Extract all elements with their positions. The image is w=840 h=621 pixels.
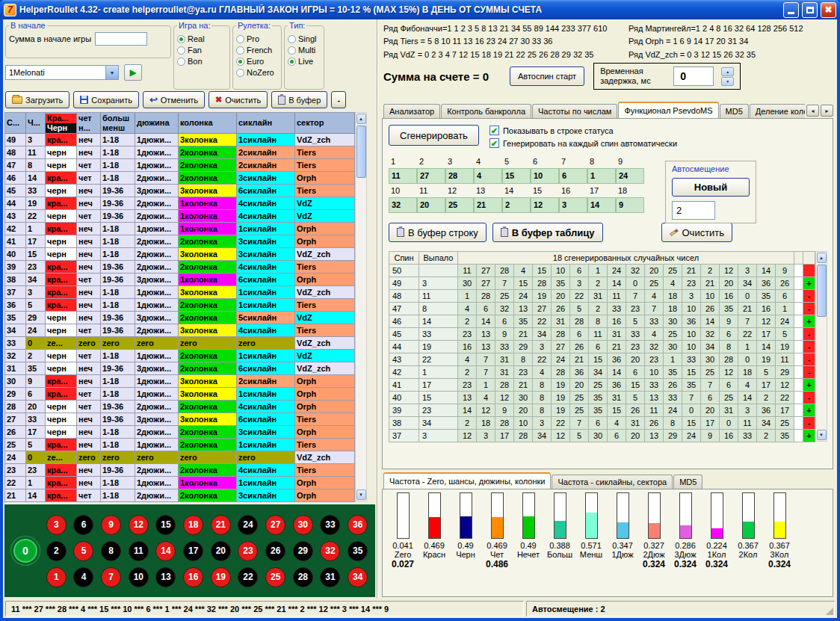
spin-cell[interactable]: 43 — [5, 210, 26, 223]
spin-cell[interactable]: 37 — [5, 286, 26, 299]
color-cell[interactable]: черн — [46, 235, 77, 248]
color-cell[interactable]: черн — [46, 146, 77, 159]
sector-cell[interactable]: Orph — [295, 426, 355, 439]
dozen-cell[interactable]: 2дюжи... — [135, 401, 179, 413]
range-cell[interactable]: 1-18 — [101, 223, 135, 235]
stepper-up-icon[interactable]: ▲ — [721, 67, 734, 76]
column-cell[interactable]: 1колонка — [179, 223, 237, 235]
color-cell[interactable]: кра... — [46, 274, 77, 286]
copy-row-button[interactable]: В буфер строку — [389, 223, 487, 242]
board-number-19[interactable]: 19 — [211, 567, 231, 587]
even-cell[interactable]: неч — [77, 362, 101, 375]
spin-cell[interactable]: 27 — [5, 413, 26, 426]
board-number-30[interactable]: 30 — [293, 515, 313, 535]
even-cell[interactable]: неч — [77, 439, 101, 451]
gen-value-cell[interactable]: 20 — [417, 197, 445, 213]
board-number-16[interactable]: 16 — [183, 567, 203, 587]
column-cell[interactable]: 2колонка — [179, 439, 237, 451]
sector-cell[interactable]: Tiers — [295, 159, 355, 172]
start-sum-input[interactable] — [95, 32, 147, 46]
number-cell[interactable]: 5 — [26, 439, 46, 451]
column-cell[interactable]: 2колонка — [179, 261, 237, 274]
number-cell[interactable]: 1 — [26, 477, 46, 489]
color-cell[interactable]: кра... — [46, 286, 77, 299]
color-cell[interactable]: черн — [46, 350, 77, 362]
spin-cell[interactable]: 35 — [5, 312, 26, 324]
color-cell[interactable]: черн — [46, 185, 77, 197]
sixline-cell[interactable]: 3сиклайн — [237, 426, 295, 439]
sector-cell[interactable]: VdZ_zch — [295, 248, 355, 261]
column-cell[interactable]: 2колонка — [179, 235, 237, 248]
even-cell[interactable]: неч — [77, 235, 101, 248]
column-cell[interactable]: 3колонка — [179, 286, 237, 299]
sector-cell[interactable]: Orph — [295, 235, 355, 248]
history-header-sixline[interactable]: сиклайн — [237, 113, 295, 134]
sector-cell[interactable]: VdZ — [295, 350, 355, 362]
even-cell[interactable]: zero — [77, 337, 101, 350]
range-cell[interactable]: 1-18 — [101, 146, 135, 159]
radio-live[interactable]: Live — [288, 57, 321, 66]
radio-french[interactable]: French — [236, 46, 278, 55]
spin-cell[interactable]: 23 — [5, 464, 26, 477]
spin-cell[interactable]: 30 — [5, 375, 26, 388]
range-cell[interactable]: 19-36 — [101, 362, 135, 375]
color-cell[interactable]: кра... — [46, 223, 77, 235]
dozen-cell[interactable]: 2дюжи... — [135, 248, 179, 261]
range-cell[interactable]: 19-36 — [101, 413, 135, 426]
tab-3[interactable]: Функционал PsevdoMS — [618, 102, 718, 118]
history-header-color[interactable]: Кра...Черн — [46, 113, 77, 134]
color-cell[interactable]: черн — [46, 426, 77, 439]
number-cell[interactable]: 3 — [26, 134, 46, 146]
sector-cell[interactable]: VdZ_zch — [295, 362, 355, 375]
board-number-12[interactable]: 12 — [129, 515, 149, 535]
range-cell[interactable]: 19-36 — [101, 185, 135, 197]
column-cell[interactable]: 2колонка — [179, 426, 237, 439]
spin-cell[interactable]: 34 — [5, 324, 26, 337]
board-number-4[interactable]: 4 — [73, 567, 93, 587]
color-cell[interactable]: черн — [46, 312, 77, 324]
board-number-26[interactable]: 26 — [265, 541, 285, 561]
number-cell[interactable]: 34 — [26, 274, 46, 286]
close-button[interactable]: ✖ — [821, 2, 836, 18]
sector-cell[interactable]: VdZ — [295, 312, 355, 324]
clear-button[interactable]: ✖Очистить — [209, 91, 268, 108]
scroll-up-icon[interactable]: ▲ — [817, 253, 827, 263]
even-cell[interactable]: неч — [77, 248, 101, 261]
sixline-cell[interactable]: 4сиклайн — [237, 197, 295, 210]
range-cell[interactable]: 1-18 — [101, 477, 135, 489]
range-cell[interactable]: 19-36 — [101, 401, 135, 413]
sector-cell[interactable]: Tiers — [295, 439, 355, 451]
even-cell[interactable]: чет — [77, 489, 101, 502]
spin-cell[interactable]: 44 — [5, 197, 26, 210]
number-cell[interactable]: 24 — [26, 324, 46, 337]
number-cell[interactable]: 17 — [26, 235, 46, 248]
spin-cell[interactable]: 46 — [5, 172, 26, 185]
dozen-cell[interactable]: 2дюжи... — [135, 489, 179, 502]
board-number-14[interactable]: 14 — [155, 541, 176, 561]
dozen-cell[interactable]: 3дюжи... — [135, 413, 179, 426]
spin-cell[interactable]: 33 — [5, 337, 26, 350]
spin-cell[interactable]: 26 — [5, 426, 26, 439]
even-cell[interactable]: чет — [77, 274, 101, 286]
tab-scroll-right-icon[interactable]: ► — [821, 105, 833, 117]
number-cell[interactable]: 8 — [26, 159, 46, 172]
number-cell[interactable]: 15 — [26, 248, 46, 261]
range-cell[interactable]: 1-18 — [101, 248, 135, 261]
even-cell[interactable]: чет — [77, 324, 101, 337]
radio-nozero[interactable]: NoZero — [236, 68, 278, 77]
new-button[interactable]: Новый — [672, 178, 750, 197]
board-number-31[interactable]: 31 — [320, 567, 340, 587]
range-cell[interactable]: 1-18 — [101, 172, 135, 185]
radio-euro[interactable]: Euro — [236, 57, 278, 66]
dozen-cell[interactable]: zero — [135, 451, 179, 464]
column-cell[interactable]: 3колонка — [179, 248, 237, 261]
color-cell[interactable]: кра... — [46, 375, 77, 388]
board-number-17[interactable]: 17 — [183, 541, 203, 561]
number-cell[interactable]: 2 — [26, 350, 46, 362]
sector-cell[interactable]: Orph — [295, 477, 355, 489]
sixline-cell[interactable]: zero — [237, 337, 295, 350]
gen-value-cell[interactable]: 27 — [417, 168, 445, 184]
undo-button[interactable]: ↩Отменить — [143, 91, 205, 108]
number-cell[interactable]: 1 — [26, 223, 46, 235]
gen-value-cell[interactable]: 28 — [445, 168, 474, 184]
